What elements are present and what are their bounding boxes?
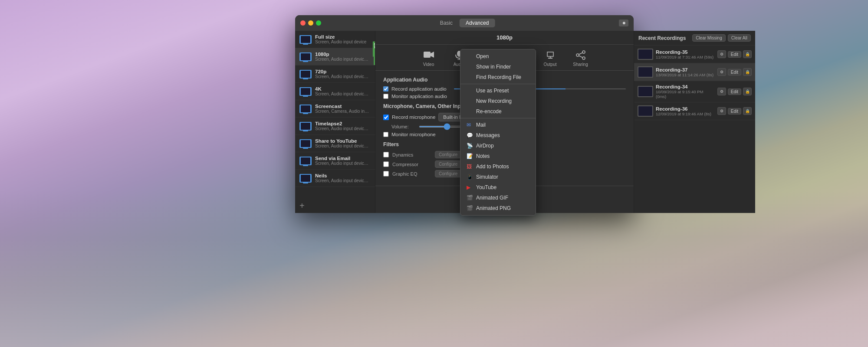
tab-advanced[interactable]: Advanced	[460, 19, 495, 27]
context-menu-use-preset-label: Use as Preset	[476, 88, 509, 94]
sidebar-item-neils[interactable]: Neils Screen, Audio input device,...	[295, 170, 375, 187]
graphic-eq-checkbox[interactable]	[383, 171, 389, 177]
recording-item-34[interactable]: Recording-34 10/09/2019 at 9:15:40 PM (0…	[634, 81, 755, 102]
toolbar-item-output[interactable]: Output	[539, 50, 561, 67]
context-menu-use-preset[interactable]: Use as Preset	[460, 85, 536, 96]
close-button[interactable]	[300, 20, 306, 26]
open-icon	[467, 53, 473, 59]
sidebar: Full size Screen, Audio input device 108…	[295, 31, 375, 213]
recording-item-36[interactable]: Recording-36 12/09/2019 at 9:19:46 AM (8…	[634, 102, 755, 120]
tab-basic[interactable]: Basic	[434, 19, 459, 27]
record-microphone-checkbox[interactable]	[383, 115, 389, 120]
sidebar-item-text: Screencast Screen, Camera, Audio input..…	[315, 104, 371, 114]
sidebar-item-text: Share to YouTube Screen, Audio input dev…	[315, 138, 371, 148]
context-menu-show-finder[interactable]: Show in Finder	[460, 62, 536, 72]
clear-all-button[interactable]: Clear All	[728, 34, 751, 42]
preset-icon	[299, 52, 312, 61]
recording-lock-button[interactable]: 🔒	[743, 107, 752, 115]
sidebar-item-text: 4K Screen, Audio input device,...	[315, 86, 371, 96]
sidebar-item-name: 4K	[315, 86, 371, 92]
context-menu-divider-2	[460, 118, 536, 118]
record-microphone-label: Record microphone	[392, 115, 435, 120]
context-menu-new-recording[interactable]: New Recording	[460, 96, 536, 106]
notes-icon: 📝	[467, 153, 473, 159]
sidebar-item-screencast[interactable]: Screencast Screen, Camera, Audio input..…	[295, 100, 375, 118]
recording-info: Recording-35 11/09/2019 at 7:31:46 AM (5…	[656, 49, 715, 59]
recording-edit-button[interactable]: Edit	[728, 108, 741, 115]
record-app-audio-label: Record application audio	[391, 86, 447, 92]
context-menu-airdrop[interactable]: 📡 AirDrop	[460, 141, 536, 151]
sidebar-item-1080p[interactable]: 1080p Screen, Audio input device,... BAS…	[295, 48, 375, 65]
recording-thumbnail	[638, 86, 653, 97]
preset-icon	[299, 174, 312, 183]
preset-icon	[299, 139, 312, 148]
preset-icon	[299, 70, 312, 79]
recording-item-37[interactable]: Recording-37 13/09/2019 at 11:14:26 AM (…	[634, 63, 755, 81]
recording-name: Recording-36	[656, 106, 715, 111]
preset-icon	[299, 35, 312, 44]
record-app-audio-checkbox[interactable]	[383, 86, 388, 92]
recording-info: Recording-34 10/09/2019 at 9:15:40 PM (0…	[656, 84, 715, 99]
recording-edit-button[interactable]: Edit	[728, 88, 741, 95]
context-menu-animated-gif[interactable]: 🎬 Animated GIF	[460, 193, 536, 203]
resolution-bar: 1080p	[375, 31, 634, 45]
context-menu-messages[interactable]: 💬 Messages	[460, 130, 536, 141]
preset-icon	[299, 105, 312, 113]
recording-lock-button[interactable]: 🔒	[743, 88, 752, 95]
sidebar-item-text: 720p Screen, Audio input device,...	[315, 69, 371, 79]
recording-item-35[interactable]: Recording-35 11/09/2019 at 7:31:46 AM (5…	[634, 46, 755, 63]
recording-edit-button[interactable]: Edit	[728, 69, 741, 75]
recording-thumbnail	[638, 66, 653, 78]
record-history-button[interactable]: ⏺	[619, 20, 628, 26]
recording-gear-button[interactable]: ⚙	[717, 50, 726, 58]
preset-icon	[299, 157, 312, 165]
maximize-button[interactable]	[316, 20, 321, 26]
sidebar-item-send-email[interactable]: Send via Email Screen, Audio input devic…	[295, 152, 375, 170]
finder-icon	[467, 64, 473, 70]
sidebar-item-4k[interactable]: 4K Screen, Audio input device,...	[295, 83, 375, 100]
simulator-icon: 📱	[467, 174, 473, 180]
context-menu-re-encode-label: Re-encode	[476, 108, 502, 115]
context-menu-open[interactable]: Open	[460, 51, 536, 62]
sidebar-item-text: Full size Screen, Audio input device	[315, 34, 371, 44]
clear-missing-button[interactable]: Clear Missing	[692, 34, 726, 42]
recording-lock-button[interactable]: 🔒	[743, 50, 752, 58]
context-menu-re-encode[interactable]: Re-encode	[460, 106, 536, 117]
graphic-eq-configure-button[interactable]: Configure	[435, 170, 461, 177]
monitor-microphone-checkbox[interactable]	[383, 132, 388, 137]
toolbar-item-video[interactable]: Video	[418, 50, 440, 67]
context-menu-mail[interactable]: ✉ Mail	[460, 120, 536, 130]
svg-line-20	[579, 56, 582, 58]
compressor-configure-button[interactable]: Configure	[435, 160, 461, 168]
dynamics-configure-button[interactable]: Configure	[435, 151, 461, 158]
monitor-app-audio-checkbox[interactable]	[383, 94, 388, 99]
add-preset-button[interactable]: +	[299, 201, 305, 210]
context-menu-add-photos[interactable]: 🖼 Add to Photos	[460, 161, 536, 172]
recording-gear-button[interactable]: ⚙	[717, 68, 726, 76]
context-menu-youtube[interactable]: ▶ YouTube	[460, 182, 536, 193]
sidebar-item-full-size[interactable]: Full size Screen, Audio input device	[295, 31, 375, 48]
context-menu-animated-png[interactable]: 🎬 Animated PNG	[460, 203, 536, 213]
find-file-icon	[467, 74, 473, 80]
context-menu-find-file[interactable]: Find Recording File	[460, 72, 536, 82]
sidebar-item-share-youtube[interactable]: Share to YouTube Screen, Audio input dev…	[295, 135, 375, 152]
minimize-button[interactable]	[308, 20, 313, 26]
video-icon	[423, 50, 435, 60]
recording-name: Recording-37	[656, 67, 715, 72]
context-menu-notes[interactable]: 📝 Notes	[460, 151, 536, 161]
youtube-icon: ▶	[467, 184, 473, 190]
recent-title: Recent Recordings	[638, 35, 686, 41]
dynamics-checkbox[interactable]	[383, 152, 389, 157]
sidebar-item-sub: Screen, Audio input device,...	[315, 161, 371, 166]
context-menu-simulator[interactable]: 📱 Simulator	[460, 172, 536, 182]
sidebar-item-sub: Screen, Audio input device,...	[315, 178, 371, 183]
recording-lock-button[interactable]: 🔒	[743, 68, 752, 76]
sidebar-item-720p[interactable]: 720p Screen, Audio input device,...	[295, 65, 375, 83]
recording-gear-button[interactable]: ⚙	[717, 107, 726, 115]
context-menu-divider-1	[460, 84, 536, 84]
sidebar-item-timelapse2[interactable]: Timelapse2 Screen, Audio input device,..…	[295, 118, 375, 135]
compressor-checkbox[interactable]	[383, 161, 389, 167]
recording-gear-button[interactable]: ⚙	[717, 88, 726, 95]
recording-edit-button[interactable]: Edit	[728, 51, 741, 58]
toolbar-item-sharing[interactable]: Sharing	[570, 50, 592, 67]
